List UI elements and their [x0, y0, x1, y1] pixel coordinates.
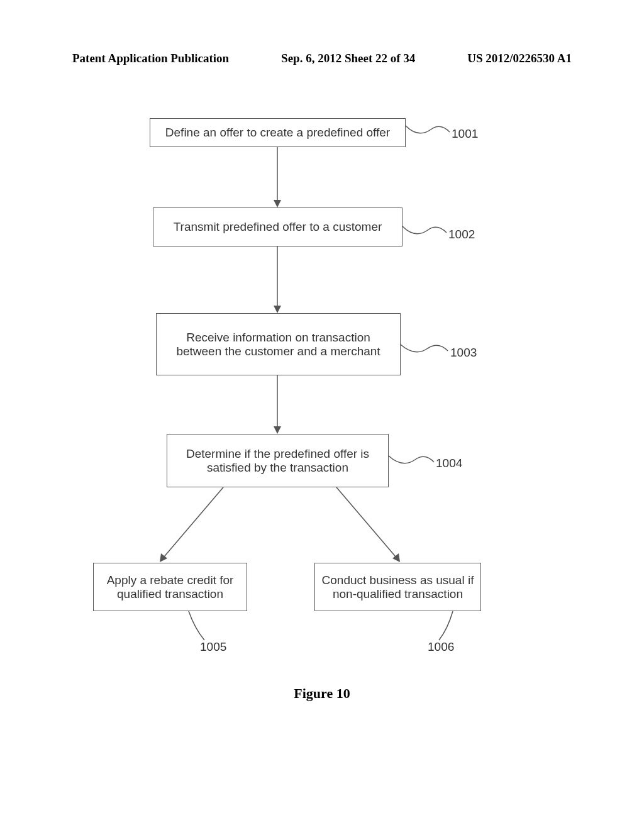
box-1001-text: Define an offer to create a predefined o… — [165, 126, 390, 140]
box-1004-text: Determine if the predefined offer is sat… — [174, 447, 382, 475]
box-1002-text: Transmit predefined offer to a customer — [174, 220, 382, 234]
box-1005-text: Apply a rebate credit for qualified tran… — [100, 573, 240, 601]
box-1001: Define an offer to create a predefined o… — [150, 118, 406, 147]
header-right: US 2012/0226530 A1 — [467, 52, 572, 65]
svg-marker-5 — [274, 426, 281, 434]
label-1005: 1005 — [200, 640, 226, 654]
box-1003: Receive information on transaction betwe… — [156, 313, 401, 375]
box-1006: Conduct business as usual if non-qualifi… — [314, 563, 481, 611]
svg-marker-1 — [274, 200, 281, 208]
header-center: Sep. 6, 2012 Sheet 22 of 34 — [281, 52, 415, 65]
box-1006-text: Conduct business as usual if non-qualifi… — [321, 573, 474, 601]
svg-line-8 — [336, 487, 398, 560]
svg-marker-9 — [392, 553, 400, 562]
label-1006: 1006 — [428, 640, 454, 654]
label-1001: 1001 — [452, 127, 478, 141]
box-1004: Determine if the predefined offer is sat… — [167, 434, 389, 487]
svg-marker-3 — [274, 306, 281, 313]
box-1003-text: Receive information on transaction betwe… — [163, 331, 394, 358]
page-header: Patent Application Publication Sep. 6, 2… — [0, 52, 644, 65]
figure-caption: Figure 10 — [0, 685, 644, 702]
label-1004: 1004 — [436, 456, 462, 470]
box-1005: Apply a rebate credit for qualified tran… — [93, 563, 247, 611]
box-1002: Transmit predefined offer to a customer — [153, 208, 402, 246]
label-1003: 1003 — [450, 346, 477, 360]
header-left: Patent Application Publication — [72, 52, 229, 65]
svg-line-6 — [162, 487, 223, 560]
label-1002: 1002 — [448, 228, 475, 241]
svg-marker-7 — [160, 553, 167, 562]
